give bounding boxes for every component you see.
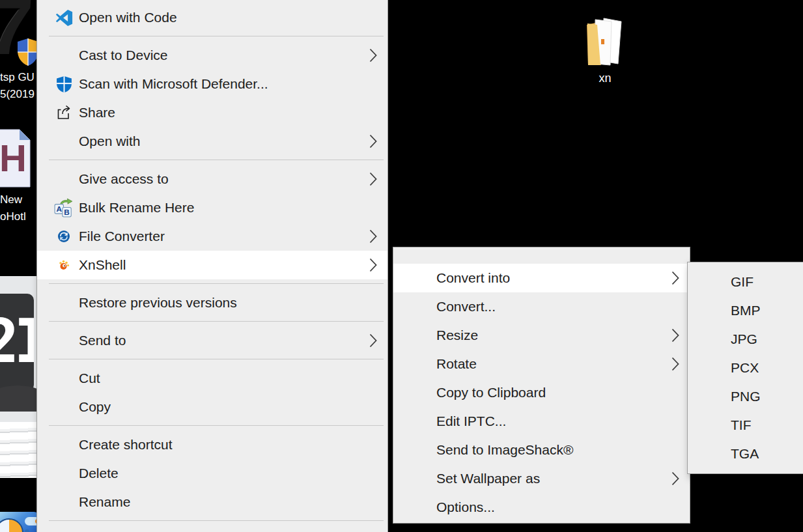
format-item-jpg[interactable]: JPG xyxy=(688,325,803,354)
menu-item-label: File Converter xyxy=(79,229,369,244)
menu-item-label: PNG xyxy=(731,389,803,404)
label-line: 5(2019 xyxy=(0,86,38,103)
menu-separator xyxy=(49,283,384,284)
menu-item-label: Rotate xyxy=(436,356,671,372)
submenu-item-options[interactable]: Options... xyxy=(393,493,690,522)
menu-item-label: Open with Code xyxy=(79,10,387,25)
format-item-pcx[interactable]: PCX xyxy=(688,354,803,382)
label-line: oHotl xyxy=(0,208,38,225)
format-item-tga[interactable]: TGA xyxy=(688,440,803,468)
vscode-icon xyxy=(49,9,79,27)
letter-a: A xyxy=(56,204,62,213)
menu-item-label: Set Wallpaper as xyxy=(436,471,671,486)
menu-item-label: Share xyxy=(79,105,387,120)
folder-label: xn xyxy=(583,72,627,85)
menu-item-create-shortcut[interactable]: Create shortcut xyxy=(37,430,387,459)
menu-item-delete[interactable]: Delete xyxy=(37,459,387,488)
menu-item-label: Restore previous versions xyxy=(79,295,387,311)
menu-item-label: Send to ImageShack® xyxy=(436,442,690,458)
menu-item-bulk-rename-here[interactable]: A B Bulk Rename Here xyxy=(37,193,387,222)
menu-item-cast-to-device[interactable]: Cast to Device xyxy=(37,41,387,70)
submenu-chevron-icon xyxy=(369,48,377,63)
menu-item-open-with[interactable]: Open with xyxy=(37,127,387,156)
menu-item-file-converter[interactable]: File Converter xyxy=(37,222,387,251)
menu-item-label: Open with xyxy=(79,133,369,149)
folder-icon xyxy=(584,13,626,68)
submenu-item-edit-iptc[interactable]: Edit IPTC... xyxy=(393,407,690,436)
letter-b: B xyxy=(64,208,70,216)
uac-shield-icon[interactable] xyxy=(17,38,39,69)
menu-item-open-with-code[interactable]: Open with Code xyxy=(37,3,387,32)
format-item-bmp[interactable]: BMP xyxy=(688,296,803,325)
menu-item-label: Create shortcut xyxy=(79,437,387,453)
menu-item-label: Edit IPTC... xyxy=(436,413,690,429)
submenu-chevron-icon xyxy=(369,258,377,272)
menu-separator xyxy=(49,359,384,359)
menu-item-label: Delete xyxy=(79,466,387,481)
desktop-icon-autohotkey-file[interactable]: H xyxy=(0,128,31,191)
menu-item-label: Cut xyxy=(79,371,387,386)
format-item-tif[interactable]: TIF xyxy=(688,411,803,440)
submenu-chevron-icon xyxy=(671,471,679,486)
format-item-gif[interactable]: GIF xyxy=(688,268,803,296)
blue-dot xyxy=(25,529,29,532)
label-line: tsp GU xyxy=(0,69,38,86)
submenu-item-convert[interactable]: Convert... xyxy=(393,292,690,321)
share-icon xyxy=(49,104,79,121)
desktop-icon-label-tsp-gui[interactable]: tsp GU 5(2019 xyxy=(0,69,38,103)
menu-item-label: GIF xyxy=(731,274,803,290)
submenu-chevron-icon xyxy=(671,357,679,371)
clock-base xyxy=(0,385,37,412)
clock-digits: 2I xyxy=(0,307,34,376)
submenu-chevron-icon xyxy=(369,229,377,244)
submenu-chevron-icon xyxy=(671,271,679,285)
menu-item-label: TGA xyxy=(731,446,803,462)
menu-item-copy[interactable]: Copy xyxy=(37,393,387,421)
menu-item-share[interactable]: Share xyxy=(37,98,387,127)
submenu-item-convert-into[interactable]: Convert into xyxy=(393,264,690,292)
menu-item-label: Rename xyxy=(79,494,387,510)
menu-item-send-to[interactable]: Send to xyxy=(37,326,387,355)
desktop-thumbnail-clock[interactable]: 2I xyxy=(0,276,37,422)
submenu-item-resize[interactable]: Resize xyxy=(393,321,690,350)
menu-item-label: BMP xyxy=(731,303,803,318)
menu-item-label: Send to xyxy=(79,333,369,348)
desktop-icon-xn-folder[interactable]: xn xyxy=(583,13,627,85)
menu-item-cut[interactable]: Cut xyxy=(37,364,387,393)
menu-item-label: Convert into xyxy=(436,270,671,286)
pie-chart-icon xyxy=(0,518,23,532)
bulk-rename-icon: A B xyxy=(49,198,79,217)
label-line: New xyxy=(0,191,38,208)
menu-item-xnshell[interactable]: XnShell xyxy=(37,251,387,279)
menu-separator xyxy=(49,160,384,160)
menu-separator xyxy=(49,321,384,322)
menu-item-give-access-to[interactable]: Give access to xyxy=(37,165,387,193)
menu-item-rename[interactable]: Rename xyxy=(37,488,387,516)
submenu-item-send-to-imageshack[interactable]: Send to ImageShack® xyxy=(393,436,690,464)
h-glyph: H xyxy=(0,137,27,179)
menu-separator xyxy=(49,425,384,426)
submenu-item-set-wallpaper-as[interactable]: Set Wallpaper as xyxy=(393,464,690,493)
menu-item-label: Give access to xyxy=(79,171,369,187)
desktop-thumbnail-stripes[interactable] xyxy=(0,422,37,478)
menu-item-label: TIF xyxy=(731,417,803,433)
file-converter-icon xyxy=(49,230,79,243)
submenu-chevron-icon xyxy=(369,333,377,348)
menu-item-label: Bulk Rename Here xyxy=(79,200,387,216)
desktop-icon-disk-tool[interactable] xyxy=(0,512,39,532)
menu-item-label: XnShell xyxy=(79,257,369,273)
submenu-item-copy-to-clipboard[interactable]: Copy to Clipboard xyxy=(393,378,690,407)
desktop-icon-label-new-autohotkey[interactable]: New oHotl xyxy=(0,191,38,225)
menu-item-scan-with-microsoft-defender[interactable]: Scan with Microsoft Defender... xyxy=(37,70,387,98)
format-item-png[interactable]: PNG xyxy=(688,382,803,411)
clock-face: 2I xyxy=(0,294,34,391)
submenu-item-rotate[interactable]: Rotate xyxy=(393,350,690,378)
submenu-chevron-icon xyxy=(671,328,679,343)
submenu-chevron-icon xyxy=(369,134,377,148)
menu-item-restore-previous-versions[interactable]: Restore previous versions xyxy=(37,288,387,317)
menu-item-label: JPG xyxy=(731,331,803,347)
menu-item-label: Options... xyxy=(436,499,690,515)
desktop: { "colors":{ "desktop_bg":"#000000", "me… xyxy=(0,0,803,532)
menu-item-label: Copy to Clipboard xyxy=(436,385,690,400)
menu-item-label: PCX xyxy=(731,360,803,376)
